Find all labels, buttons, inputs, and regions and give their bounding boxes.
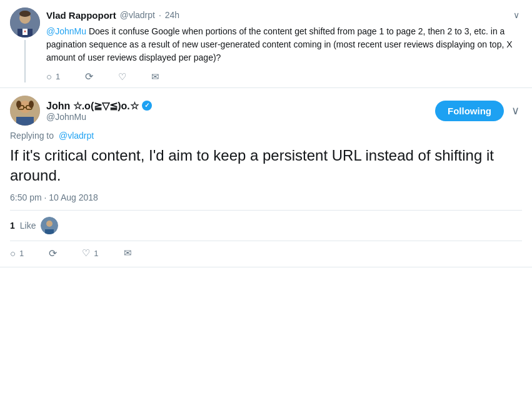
tweet2-mail-button[interactable]: ✉ [124,247,132,259]
likes-count: 1 [10,221,15,231]
svg-point-12 [29,101,34,108]
tweet1-actions: ○ 1 ⟳ ♡ ✉ [46,71,522,82]
tweet-1: Vlad Rappoport @vladrpt · 24h ∨ @JohnMu … [0,0,532,88]
tweet2-retweet-button[interactable]: ⟳ [49,247,57,259]
tweet2-like-button[interactable]: ♡ 1 [82,247,98,259]
tweet2-author-section: John ☆.o(≧▽≦)o.☆ ✓ @JohnMu [10,96,152,126]
tweet1-body: @JohnMu Does it confuse Google when port… [46,25,522,64]
tweet1-retweet-button[interactable]: ⟳ [85,71,93,82]
tweet2-chevron-icon[interactable]: ∨ [509,101,522,120]
svg-point-15 [46,221,53,227]
replying-to-line: Replying to @vladrpt [10,131,522,141]
verified-badge-icon: ✓ [142,101,152,111]
tweet-2: John ☆.o(≧▽≦)o.☆ ✓ @JohnMu Following ∨ R… [0,88,532,267]
tweet1-time: · [159,10,161,20]
tweet2-header: John ☆.o(≧▽≦)o.☆ ✓ @JohnMu Following ∨ [10,96,522,126]
tweet1-mention[interactable]: @JohnMu [46,26,86,36]
retweet-icon: ⟳ [85,71,93,82]
like-avatar[interactable] [41,217,58,234]
svg-point-11 [16,101,21,108]
tweet2-name-line: John ☆.o(≧▽≦)o.☆ ✓ [46,100,152,112]
svg-rect-13 [16,117,34,126]
tweet2-like-count: 1 [94,249,98,258]
mail-icon: ✉ [151,71,159,82]
tweet1-reply-count: 1 [56,72,60,81]
replying-to-label: Replying to [10,131,54,141]
svg-point-5 [19,11,31,17]
reply-icon: ○ [46,71,52,82]
likes-label: Like [20,221,36,231]
tweet2-author-handle[interactable]: @JohnMu [46,112,152,122]
tweet1-author-handle[interactable]: @vladrpt [120,10,155,20]
tweet1-like-button[interactable]: ♡ [118,71,126,82]
reply2-icon: ○ [10,248,16,259]
retweet2-icon: ⟳ [49,247,57,259]
tweet2-timestamp[interactable]: 6:50 pm · 10 Aug 2018 [10,192,522,202]
like2-icon: ♡ [82,247,90,259]
tweet1-mail-button[interactable]: ✉ [151,71,159,82]
like-icon: ♡ [118,71,126,82]
tweet1-content: Vlad Rappoport @vladrpt · 24h ∨ @JohnMu … [46,7,522,82]
following-button[interactable]: Following [435,101,504,121]
tweet1-left-col [10,7,40,82]
thread-line [24,40,26,82]
replying-to-handle[interactable]: @vladrpt [59,131,94,141]
avatar-johnmu[interactable] [10,96,40,126]
tweet1-body-text: Does it confuse Google when portions of … [46,26,513,62]
tweet2-main-text: If it's critical content, I'd aim to kee… [10,146,522,186]
tweet1-author-name[interactable]: Vlad Rappoport [46,10,116,21]
svg-rect-16 [45,229,54,234]
tweet1-author-row: Vlad Rappoport @vladrpt · 24h ∨ [46,7,522,22]
avatar-vlad[interactable] [10,7,40,37]
mail2-icon: ✉ [124,247,132,259]
tweet2-author-name[interactable]: John ☆.o(≧▽≦)o.☆ [46,100,139,112]
tweet2-reply-button[interactable]: ○ 1 [10,248,24,259]
tweet2-actions: ○ 1 ⟳ ♡ 1 ✉ [10,247,522,259]
tweet2-author-meta: John ☆.o(≧▽≦)o.☆ ✓ @JohnMu [46,100,152,122]
tweet1-author-info: Vlad Rappoport @vladrpt · 24h [46,10,179,21]
likes-section: 1 Like [10,210,522,241]
tweet1-timestamp: 24h [165,10,179,20]
tweet1-chevron-icon[interactable]: ∨ [511,7,522,22]
tweet1-reply-button[interactable]: ○ 1 [46,71,60,82]
tweet2-header-right: Following ∨ [435,101,522,121]
tweet2-reply-count: 1 [19,249,24,258]
